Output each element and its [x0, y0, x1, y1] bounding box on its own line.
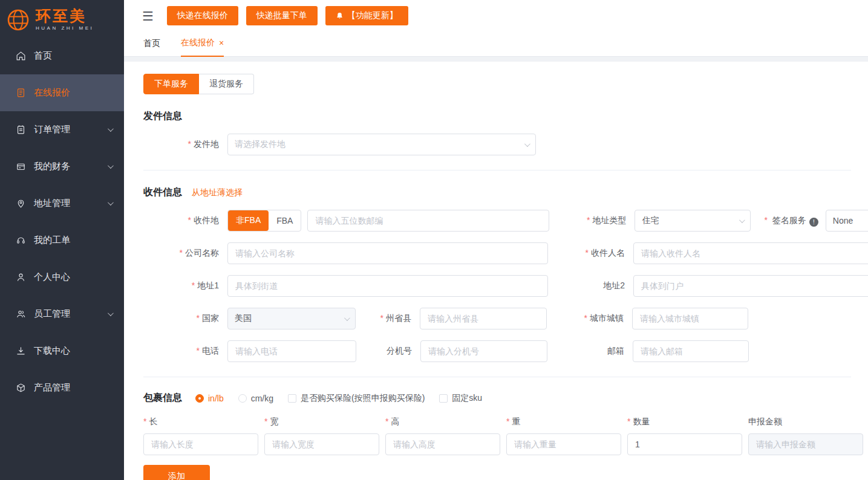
close-icon[interactable]: × [219, 39, 224, 47]
unit-cmkg-radio[interactable]: cm/kg [238, 394, 273, 403]
return-service-tab[interactable]: 退货服务 [199, 74, 254, 94]
company-input[interactable] [227, 242, 548, 264]
width-label: 宽 [264, 417, 379, 427]
quantity-input[interactable] [627, 433, 742, 455]
sidebar-item-downloads[interactable]: 下载中心 [0, 332, 124, 369]
company-label: 公司名称 [143, 248, 219, 259]
phone-input[interactable] [227, 340, 356, 362]
checkbox-icon [439, 394, 448, 403]
sidebar: 环至美 HUAN ZHI MEI 首页 在线报价 订单管理 我的财务 [0, 0, 124, 480]
sidebar-item-workorders[interactable]: 我的工单 [0, 222, 124, 259]
length-label: 长 [143, 417, 258, 427]
sidebar-item-address[interactable]: 地址管理 [0, 185, 124, 222]
weight-input[interactable] [506, 433, 621, 455]
download-icon [16, 346, 26, 356]
radio-checked-icon [195, 394, 204, 403]
sidebar-item-profile[interactable]: 个人中心 [0, 259, 124, 296]
address-type-select[interactable]: 住宅 [635, 210, 751, 232]
brand-logo: 环至美 HUAN ZHI MEI [0, 0, 124, 37]
quote-doc-icon [16, 88, 26, 98]
sidebar-item-label: 在线报价 [34, 87, 70, 99]
height-input[interactable] [385, 433, 500, 455]
address1-input[interactable] [227, 275, 548, 297]
signature-service-label: 签名服务! [764, 215, 818, 227]
chevron-down-icon [344, 315, 350, 321]
country-select[interactable]: 美国 [227, 308, 356, 329]
origin-select[interactable]: 请选择发件地 [227, 134, 536, 155]
recipient-name-label: 收件人名 [569, 248, 625, 259]
address2-label: 地址2 [569, 281, 625, 291]
height-label: 高 [385, 417, 500, 427]
checkbox-icon [288, 394, 296, 403]
add-package-button[interactable]: 添加 [143, 465, 210, 480]
location-pin-icon [16, 198, 26, 209]
chevron-down-icon [108, 310, 114, 316]
weight-label: 重 [506, 417, 621, 427]
recipient-name-input[interactable] [633, 242, 868, 264]
chevron-down-icon [739, 217, 745, 223]
sidebar-item-label: 员工管理 [34, 308, 70, 320]
staff-icon [16, 309, 26, 319]
address2-input[interactable] [633, 275, 868, 297]
order-service-tab[interactable]: 下单服务 [143, 74, 199, 94]
order-doc-icon [16, 125, 26, 135]
sidebar-item-label: 订单管理 [34, 124, 70, 135]
extension-input[interactable] [420, 340, 547, 362]
sidebar-item-finance[interactable]: 我的财务 [0, 148, 124, 185]
express-batch-order-button[interactable]: 快递批量下单 [246, 6, 318, 25]
sidebar-item-products[interactable]: 产品管理 [0, 369, 124, 406]
sidebar-item-label: 地址管理 [34, 198, 70, 209]
section-divider [143, 170, 851, 170]
tab-home[interactable]: 首页 [143, 38, 160, 56]
sidebar-item-label: 我的财务 [34, 161, 70, 172]
tab-online-quote[interactable]: 在线报价 × [181, 37, 224, 57]
length-input[interactable] [143, 433, 258, 455]
declared-value-input[interactable] [748, 433, 863, 455]
finance-icon [16, 161, 26, 172]
sidebar-item-label: 下载中心 [34, 345, 70, 357]
chevron-down-icon [524, 141, 530, 147]
state-input[interactable] [420, 308, 547, 329]
globe-logo-icon [6, 8, 30, 32]
declared-value-label: 申报金额 [748, 417, 863, 427]
phone-label: 电话 [143, 346, 219, 357]
topbar: ☰ 快递在线报价 快递批量下单 【功能更新】 [124, 0, 868, 31]
home-icon [16, 51, 26, 61]
origin-label: 发件地 [143, 139, 219, 150]
width-input[interactable] [264, 433, 379, 455]
headset-icon [16, 235, 26, 245]
chevron-down-icon [108, 199, 114, 206]
page-tabs: 首页 在线报价 × [124, 31, 868, 57]
sidebar-menu: 首页 在线报价 订单管理 我的财务 地址管理 [0, 37, 124, 406]
sidebar-item-orders[interactable]: 订单管理 [0, 111, 124, 148]
signature-service-select[interactable]: None [826, 210, 868, 232]
city-input[interactable] [632, 308, 748, 329]
zip-input[interactable] [307, 210, 549, 232]
email-input[interactable] [633, 340, 749, 362]
express-online-quote-button[interactable]: 快递在线报价 [167, 6, 238, 25]
sidebar-item-online-quote[interactable]: 在线报价 [0, 74, 124, 111]
insurance-checkbox[interactable]: 是否购买保险(按照申报购买保险) [288, 393, 425, 404]
address1-label: 地址1 [143, 281, 219, 291]
address-type-label: 地址类型 [570, 215, 626, 226]
sidebar-item-label: 首页 [34, 50, 52, 62]
city-label: 城市城镇 [568, 313, 624, 324]
sender-section-title: 发件信息 [143, 110, 868, 123]
feature-update-button[interactable]: 【功能更新】 [325, 6, 408, 25]
address-book-link[interactable]: 从地址薄选择 [192, 187, 243, 198]
sidebar-item-staff[interactable]: 员工管理 [0, 296, 124, 332]
hamburger-icon[interactable]: ☰ [142, 10, 154, 22]
chevron-down-icon [108, 126, 114, 132]
brand-subtitle: HUAN ZHI MEI [36, 25, 94, 31]
sidebar-item-label: 产品管理 [34, 382, 70, 394]
non-fba-option[interactable]: 非FBA [228, 210, 269, 231]
unit-inlb-radio[interactable]: in/lb [195, 394, 224, 403]
fixed-sku-checkbox[interactable]: 固定sku [439, 393, 482, 404]
info-icon[interactable]: ! [809, 218, 818, 227]
content-separator [124, 57, 868, 62]
sidebar-item-home[interactable]: 首页 [0, 37, 124, 74]
user-icon [16, 272, 26, 282]
fba-option[interactable]: FBA [269, 210, 301, 231]
state-label: 州省县 [370, 313, 411, 324]
service-type-toggle: 下单服务 退货服务 [143, 74, 254, 94]
